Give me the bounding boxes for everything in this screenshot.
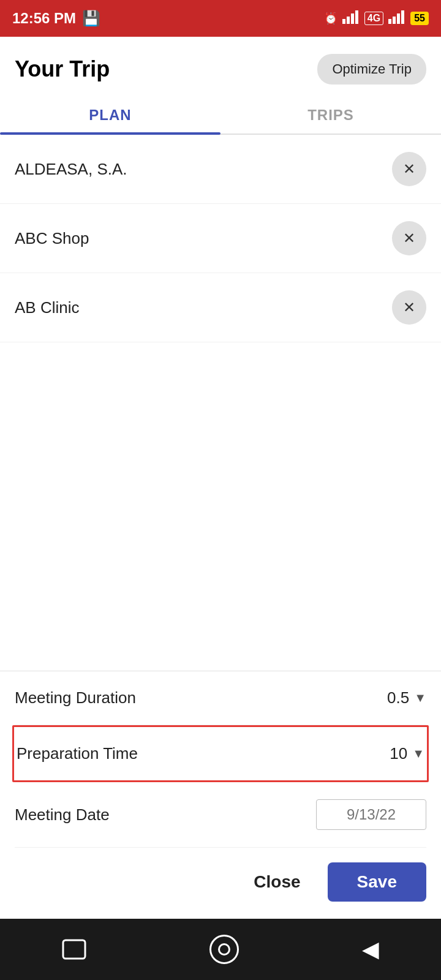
page-title: Your Trip [15, 56, 110, 82]
alarm-icon: ⏰ [324, 12, 337, 25]
tabs: PLAN TRIPS [0, 94, 441, 135]
close-button[interactable]: Close [239, 865, 315, 899]
meeting-duration-value: 0.5 [387, 688, 409, 707]
meeting-duration-row: Meeting Duration 0.5 ▼ [15, 671, 426, 725]
save-button[interactable]: Save [328, 862, 426, 902]
meeting-date-label: Meeting Date [15, 805, 110, 824]
svg-rect-8 [63, 940, 85, 959]
preparation-time-label: Preparation Time [17, 744, 138, 763]
stop-name: AB Clinic [15, 298, 79, 317]
signal-icon-2 [388, 10, 405, 27]
nav-bar: ◀ [0, 919, 441, 980]
status-time: 12:56 PM 💾 [12, 10, 100, 27]
nav-recent-apps-icon[interactable] [62, 939, 86, 960]
remove-stop-0-button[interactable]: ✕ [392, 152, 426, 186]
svg-rect-1 [347, 17, 350, 24]
svg-rect-6 [397, 13, 400, 24]
remove-stop-2-button[interactable]: ✕ [392, 290, 426, 325]
remove-stop-1-button[interactable]: ✕ [392, 221, 426, 255]
header: Your Trip Optimize Trip [0, 37, 441, 94]
svg-rect-3 [355, 10, 358, 24]
svg-rect-2 [351, 13, 354, 24]
list-item: ABC Shop ✕ [0, 204, 441, 273]
svg-rect-7 [401, 10, 404, 24]
meeting-duration-label: Meeting Duration [15, 688, 136, 707]
meeting-duration-arrow-icon: ▼ [414, 691, 426, 705]
nav-home-icon[interactable] [209, 935, 239, 964]
bottom-controls: Meeting Duration 0.5 ▼ Preparation Time … [0, 671, 441, 919]
svg-rect-5 [393, 17, 396, 24]
preparation-time-row: Preparation Time 10 ▼ [12, 725, 429, 782]
meeting-date-row: Meeting Date [15, 782, 426, 848]
stop-name: ABC Shop [15, 229, 89, 248]
preparation-time-control[interactable]: 10 ▼ [390, 744, 424, 763]
stop-list: ALDEASA, S.A. ✕ ABC Shop ✕ AB Clinic ✕ [0, 135, 441, 671]
svg-rect-0 [342, 19, 345, 24]
preparation-time-arrow-icon: ▼ [412, 747, 424, 761]
nav-back-icon[interactable]: ◀ [362, 937, 379, 962]
stop-name: ALDEASA, S.A. [15, 160, 127, 179]
main-content: Your Trip Optimize Trip PLAN TRIPS ALDEA… [0, 37, 441, 919]
preparation-time-value: 10 [390, 744, 407, 763]
tab-plan[interactable]: PLAN [0, 94, 221, 134]
battery-level: 55 [414, 13, 425, 23]
list-item: AB Clinic ✕ [0, 273, 441, 342]
battery-indicator: 55 [410, 12, 429, 25]
time-display: 12:56 PM [12, 10, 76, 27]
signal-icon-1 [342, 10, 360, 27]
status-icons: ⏰ 4G 55 [324, 10, 429, 27]
tab-trips[interactable]: TRIPS [221, 94, 441, 134]
status-bar: 12:56 PM 💾 ⏰ 4G 55 [0, 0, 441, 37]
svg-rect-4 [388, 19, 391, 24]
4g-badge: 4G [364, 12, 383, 25]
action-buttons: Close Save [15, 848, 426, 919]
meeting-duration-control[interactable]: 0.5 ▼ [387, 688, 426, 707]
list-item: ALDEASA, S.A. ✕ [0, 135, 441, 204]
meeting-date-input[interactable] [316, 799, 426, 830]
save-icon: 💾 [82, 10, 100, 27]
optimize-trip-button[interactable]: Optimize Trip [317, 54, 426, 85]
